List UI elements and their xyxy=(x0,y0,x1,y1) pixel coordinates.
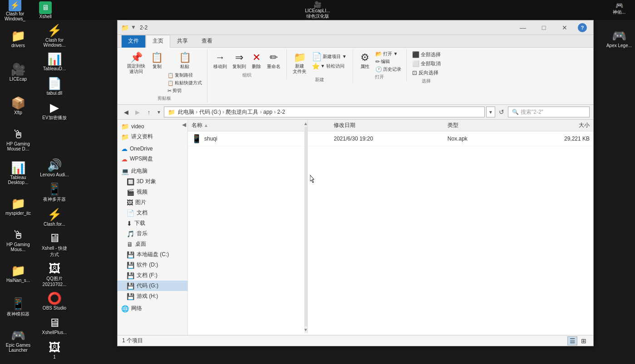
paste-shortcut-btn[interactable]: 📋 粘贴快捷方式 xyxy=(166,79,203,87)
sidebar-expand-arrow[interactable]: ◀ xyxy=(182,121,186,128)
sidebar-item-docs[interactable]: 📄 文档 xyxy=(118,208,187,218)
desktop-icon-yeshen2[interactable]: 📱 夜神多开器 xyxy=(38,180,71,204)
delete-btn[interactable]: ✕ 删除 xyxy=(249,50,264,71)
tab-share[interactable]: 共享 xyxy=(170,35,195,47)
recent-locations-btn[interactable]: ▼ xyxy=(155,107,162,117)
desktop-icon-myspider[interactable]: 📁 myspider_itc xyxy=(2,190,34,223)
new-folder-btn[interactable]: 📁 新建文件夹 xyxy=(290,50,309,76)
sidebar-item-network[interactable]: 🌐 网络 xyxy=(118,303,187,314)
desktop-icon-yeshen[interactable]: 📱 夜神模拟器 xyxy=(2,291,34,323)
desktop-icon-hainan[interactable]: 📁 HaiNan_s... xyxy=(2,257,34,290)
sidebar-item-desktop[interactable]: 🖥 桌面 xyxy=(118,239,187,249)
sidebar-item-soft-d[interactable]: 💾 软件 (D:) xyxy=(118,260,187,270)
desktop-icon-drivers[interactable]: 📁 drivers xyxy=(2,22,34,55)
desktop-icon-obs[interactable]: ⭕ OBS Studio xyxy=(38,289,71,313)
desktop-icon-xftp[interactable]: 📦 Xftp xyxy=(2,89,34,122)
ribbon-tabs: 文件 主页 共享 查看 xyxy=(118,35,593,48)
organize-items: → 移动到 ⇒ 复制到 ✕ 删除 ✏ 重命名 xyxy=(211,50,283,71)
copy-path-btn[interactable]: 📋 复制路径 xyxy=(166,72,203,79)
taskbar-app-clash[interactable]: ⚡ Clash for Windows_ xyxy=(5,0,25,21)
sidebar-item-onedrive[interactable]: ☁ OneDrive xyxy=(118,144,187,154)
desktop-icon-hp-gaming[interactable]: 🖱 HP Gaming Mouse D... xyxy=(2,123,34,155)
desktop-icon-apex[interactable]: 🎮 Apex Lege... xyxy=(604,22,634,55)
sidebar-item-3d[interactable]: 🔲 3D 对象 xyxy=(118,176,187,187)
col-header-name[interactable]: 名称 ▲ xyxy=(192,121,334,129)
history-btn[interactable]: 🕐 历史记录 xyxy=(374,66,403,73)
new-item-btn[interactable]: 📄 新建项目 ▼ ⭐ ▼ 轻松访问 xyxy=(310,50,349,71)
rename-btn[interactable]: ✏ 重命名 xyxy=(265,50,283,71)
col-header-type[interactable]: 类型 xyxy=(448,121,533,129)
view-large-btn[interactable]: ⊞ xyxy=(579,336,589,345)
help-button[interactable]: ? xyxy=(578,23,587,32)
back-btn[interactable]: ◀ xyxy=(121,107,131,117)
sidebar-item-music[interactable]: 🎵 音乐 xyxy=(118,228,187,239)
copy-to-btn[interactable]: ⇒ 复制到 xyxy=(230,50,248,71)
scroll-down-arrow[interactable]: ▼ xyxy=(304,327,308,332)
file-icon-shuqi: 📱 xyxy=(192,134,202,144)
sidebar-item-video2[interactable]: 🎬 视频 xyxy=(118,187,187,197)
clipboard-label: 剪贴板 xyxy=(158,95,171,102)
desktop-icon-ev[interactable]: ▶ EV加密播放 xyxy=(38,99,71,122)
address-input[interactable]: 📁 此电脑 › 代码 (G:) › 爬虫逆向工具 › app › 2-2 xyxy=(164,107,485,117)
shenyu-icon[interactable]: 🎮 xyxy=(615,2,623,9)
sidebar-item-downloads[interactable]: ⬇ 下载 xyxy=(118,218,187,228)
desktop-icon-hp2[interactable]: 🖱 HP Gaming Mous... xyxy=(2,223,34,256)
search-box[interactable]: 🔍 搜索"2-2" xyxy=(508,107,590,117)
file-list-area: ▲ ▼ 名称 ▲ 修改日期 类型 大小 xyxy=(188,120,593,335)
desktop-icon-gif1[interactable]: 🖼 1 xyxy=(38,338,71,362)
easy-access-btn[interactable]: ⭐ ▼ 轻松访问 xyxy=(312,63,345,70)
dropdown-btn[interactable]: ▼ xyxy=(486,107,495,117)
file-list: 📱 shuqi 2021/6/30 19:20 Nox.apk 29,221 K… xyxy=(188,131,593,335)
pin-to-quick-access-btn[interactable]: 📌 固定到快速访问 xyxy=(125,50,148,76)
sidebar-item-video[interactable]: 📁 video xyxy=(118,121,187,131)
desktop-icon-xshell2[interactable]: 🖥 Xshell - 快捷方式 xyxy=(38,230,71,259)
sidebar-item-wps[interactable]: ☁ WPS网盘 xyxy=(118,154,187,164)
deselect-all-btn[interactable]: ⬜ 全部取消 xyxy=(410,59,443,68)
cut-btn[interactable]: ✂ 剪切 xyxy=(166,87,203,94)
desktop-icon-epic[interactable]: 🎮 Epic Games Launcher xyxy=(2,324,34,357)
desktop-icon-tabui[interactable]: 📄 tabui.dll xyxy=(38,74,71,98)
sidebar-item-code-g[interactable]: 💾 代码 (G:) xyxy=(118,281,187,291)
scroll-up-arrow[interactable]: ▲ xyxy=(304,121,308,126)
move-to-btn[interactable]: → 移动到 xyxy=(211,50,229,71)
refresh-btn[interactable]: ↺ xyxy=(497,107,507,117)
copy-btn[interactable]: 📋 复制 xyxy=(148,50,165,71)
desktop-icon-tableau2[interactable]: 📊 TableauD... xyxy=(38,50,71,73)
sidebar-item-doc-f[interactable]: 💾 文档 (F:) xyxy=(118,270,187,281)
view-list-btn[interactable]: ☰ xyxy=(567,336,577,345)
desktop-icon-clash3[interactable]: ⚡ Clash.for... xyxy=(38,205,71,229)
col-header-size[interactable]: 大小 xyxy=(533,121,590,129)
status-right-controls: ☰ ⊞ xyxy=(567,336,589,345)
properties-btn[interactable]: ⚙ 属性 xyxy=(357,50,373,71)
title-bar: 📁 ▼ 2-2 — □ ✕ ? xyxy=(118,20,593,35)
col-header-date[interactable]: 修改日期 xyxy=(334,121,448,129)
tab-file[interactable]: 文件 xyxy=(121,35,146,48)
invert-selection-btn[interactable]: ⊡ 反向选择 xyxy=(410,68,443,77)
desktop-icon-clash2[interactable]: ⚡ Clash for Windows... xyxy=(38,22,71,49)
select-all-btn[interactable]: ⬛ 全部选择 xyxy=(410,50,443,59)
desktop-icon-tableau[interactable]: 📊 Tableau Desktop... xyxy=(2,156,34,189)
minimize-button[interactable]: — xyxy=(512,20,533,35)
desktop-icon-lenovo[interactable]: 🔊 Lenovo Audi... xyxy=(38,156,71,180)
paste-btn[interactable]: 📋 粘贴 xyxy=(166,50,203,71)
desktop-icons-col2: ⚡ Clash for Windows... 📊 TableauD... 📄 t… xyxy=(36,20,73,364)
desktop-icon-qqpics[interactable]: 🖼 QQ图片 20210702... xyxy=(38,260,71,288)
sidebar-item-pics[interactable]: 🖼 图片 xyxy=(118,197,187,208)
desktop-icon-xshellplus[interactable]: 🖥 XshellPlus... xyxy=(38,314,71,337)
forward-btn[interactable]: ▶ xyxy=(133,107,143,117)
sidebar-item-jiangyi[interactable]: 📁 讲义资料 xyxy=(118,131,187,142)
sidebar-item-game-h[interactable]: 💾 游戏 (H:) xyxy=(118,291,187,301)
tab-view[interactable]: 查看 xyxy=(195,35,219,47)
edit-btn[interactable]: ✏ 编辑 xyxy=(374,58,403,65)
desktop-icon-licecap[interactable]: 🎥 LICEcap xyxy=(2,56,34,88)
tab-home[interactable]: 主页 xyxy=(146,35,170,48)
up-btn[interactable]: ↑ xyxy=(144,107,154,117)
sidebar-item-thispc[interactable]: 💻 此电脑 xyxy=(118,166,187,176)
file-row-shuqi[interactable]: 📱 shuqi 2021/6/30 19:20 Nox.apk 29,221 K… xyxy=(188,131,593,146)
maximize-button[interactable]: □ xyxy=(533,20,554,35)
sidebar-item-local-c[interactable]: 💾 本地磁盘 (C:) xyxy=(118,249,187,260)
close-button[interactable]: ✕ xyxy=(554,20,575,35)
open-btn[interactable]: 📂 打开 ▼ xyxy=(374,50,403,58)
licecap-taskbar[interactable]: 🎥 LICEcapLI... 绿色汉化版 xyxy=(305,1,330,19)
taskbar-app-xshell[interactable]: 🖥 Xshell xyxy=(39,1,52,19)
